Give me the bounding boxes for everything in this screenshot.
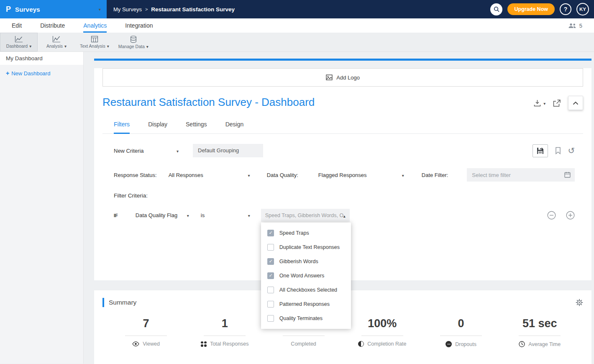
chevron-down-icon: [99, 7, 101, 12]
chevron-down-icon: [248, 172, 250, 178]
collaborators-count: 5: [579, 23, 582, 29]
bookmark-icon: [555, 147, 561, 154]
stat-value: 100%: [343, 317, 422, 330]
breadcrumb-my-surveys[interactable]: My Surveys: [113, 6, 142, 13]
summary-settings-button[interactable]: [576, 299, 583, 306]
checkbox[interactable]: [267, 301, 274, 308]
save-icon: [537, 147, 544, 154]
add-logo-label: Add Logo: [336, 74, 360, 81]
tab-display[interactable]: Display: [148, 118, 167, 134]
criteria-select[interactable]: New Criteria: [114, 148, 179, 154]
toolbar-item-text-analysis[interactable]: Text Analysis: [75, 33, 114, 51]
breadcrumb: My Surveys > Restaurant Satisfaction Sur…: [113, 6, 235, 13]
checkbox[interactable]: [267, 272, 274, 279]
people-icon: [568, 23, 576, 28]
flag-option-label: Duplicate Text Responses: [279, 244, 340, 250]
tab-design[interactable]: Design: [225, 118, 244, 134]
flag-option-duplicate-text[interactable]: Duplicate Text Responses: [261, 240, 351, 254]
tab-settings[interactable]: Settings: [186, 118, 207, 134]
add-condition-button[interactable]: [566, 211, 575, 220]
stat-divider: [519, 336, 561, 336]
help-button[interactable]: ?: [560, 3, 571, 15]
accent-bar: [94, 59, 591, 61]
calendar-icon[interactable]: [564, 172, 571, 179]
stat-label: Dropouts: [455, 341, 476, 347]
nav-item-integration[interactable]: Integration: [125, 18, 153, 33]
checkbox[interactable]: [267, 244, 274, 251]
gear-icon: [576, 299, 583, 306]
top-bar: P Surveys My Surveys > Restaurant Satisf…: [0, 0, 594, 18]
collapse-panel-button[interactable]: [568, 96, 583, 110]
share-button[interactable]: [553, 100, 561, 107]
reset-icon[interactable]: ↺: [568, 146, 575, 155]
chevron-down-icon: [64, 44, 67, 49]
avatar-initials: KY: [579, 7, 586, 12]
collaborators[interactable]: 5: [568, 18, 582, 33]
flag-option-patterned-responses[interactable]: Patterned Responses: [261, 297, 351, 311]
sidebar-item-my-dashboard[interactable]: My Dashboard: [0, 52, 83, 65]
new-dashboard-button[interactable]: New Dashboard: [0, 70, 83, 77]
data-quality-value: Flagged Responses: [318, 172, 367, 178]
toolbar-item-label: Dashboard: [6, 44, 28, 49]
image-icon: [326, 74, 333, 80]
nav-item-label: Analytics: [83, 22, 107, 29]
condition-operator-select[interactable]: is: [201, 212, 250, 218]
condition-row-actions: [547, 211, 575, 220]
flag-option-one-word-answers[interactable]: One Word Answers: [261, 269, 351, 283]
condition-field-select[interactable]: Data Quality Flag: [136, 212, 189, 218]
stat-divider: [204, 336, 246, 336]
search-button[interactable]: [490, 3, 502, 15]
dashboard-card: Add Logo Restaurant Satisfaction Survey …: [94, 68, 591, 280]
quality-flags-multiselect[interactable]: Speed Traps, Gibberish Words, On Speed T…: [261, 209, 350, 222]
checkbox[interactable]: [267, 287, 274, 293]
remove-condition-button[interactable]: [547, 211, 556, 220]
tab-label: Filters: [114, 121, 130, 128]
checkbox[interactable]: [267, 230, 274, 236]
chevron-up-icon: [343, 212, 346, 219]
toolbar-item-label: Manage Data: [118, 44, 145, 49]
nav-item-distribute[interactable]: Distribute: [40, 18, 65, 33]
chevron-down-icon: [107, 44, 109, 49]
flag-option-gibberish-words[interactable]: Gibberish Words: [261, 254, 351, 269]
summary-title: Summary: [109, 299, 136, 306]
toolbar-item-analysis[interactable]: Analysis: [38, 33, 75, 51]
toolbar-item-dashboard[interactable]: Dashboard: [0, 33, 38, 51]
analysis-chart-icon: [52, 36, 61, 43]
date-filter-input[interactable]: [467, 168, 575, 182]
new-dashboard-label: New Dashboard: [11, 70, 50, 77]
nav-item-label: Distribute: [40, 22, 65, 29]
responses-grid-icon: [201, 341, 207, 347]
tab-label: Display: [148, 121, 167, 128]
flag-option-label: Speed Traps: [279, 230, 309, 236]
filter-criteria-label: Filter Criteria:: [114, 192, 575, 199]
flag-option-speed-traps[interactable]: Speed Traps: [261, 226, 351, 240]
flag-option-quality-terminates[interactable]: Quality Terminates: [261, 311, 351, 326]
upgrade-now-button[interactable]: Upgrade Now: [507, 3, 555, 15]
product-switcher[interactable]: P Surveys: [0, 0, 107, 18]
flag-option-all-checkboxes[interactable]: All Checkboxes Selected: [261, 283, 351, 297]
checkbox[interactable]: [267, 258, 274, 265]
sidebar-item-label: My Dashboard: [6, 55, 43, 62]
toolbar-item-label: Text Analysis: [80, 44, 105, 49]
save-criteria-button[interactable]: [533, 144, 548, 157]
nav-item-edit[interactable]: Edit: [12, 18, 22, 33]
stat-viewed: 7 Viewed: [107, 317, 185, 347]
flag-option-label: Quality Terminates: [279, 315, 323, 321]
data-quality-select[interactable]: Flagged Responses: [318, 172, 404, 178]
grouping-input[interactable]: Default Grouping: [193, 144, 263, 157]
criteria-row: New Criteria Default Grouping ↺: [114, 144, 575, 157]
nav-item-analytics[interactable]: Analytics: [83, 18, 107, 33]
stat-total-responses: 1 Total Responses: [185, 317, 264, 347]
response-status-select[interactable]: All Responses: [169, 172, 250, 178]
share-icon: [553, 100, 561, 107]
tab-filters[interactable]: Filters: [114, 118, 130, 134]
download-button[interactable]: [534, 100, 545, 107]
checkbox[interactable]: [267, 315, 274, 322]
avatar[interactable]: KY: [576, 3, 589, 15]
stat-divider: [361, 336, 403, 336]
toolbar-item-manage-data[interactable]: Manage Data: [114, 33, 153, 51]
page-title: Restaurant Satisfaction Survey - Dashboa…: [102, 96, 315, 109]
add-logo-button[interactable]: Add Logo: [102, 68, 583, 87]
bookmark-button[interactable]: [555, 147, 561, 154]
stat-label: Viewed: [143, 341, 160, 347]
